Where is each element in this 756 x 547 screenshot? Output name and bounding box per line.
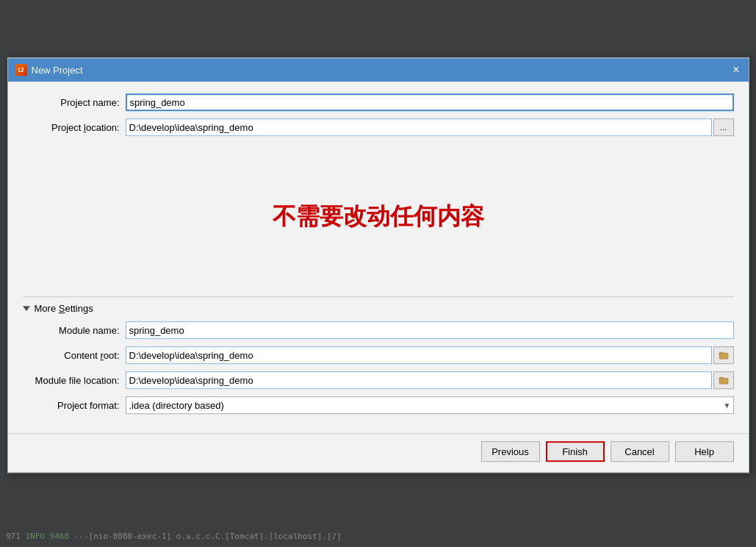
status-info-label: INFO 9468 --- [26,532,89,541]
more-settings-section: More Settings Module name: Content root: [23,296,734,414]
status-bar: 971 INFO 9468 --- [nio-8080-exec-1] o.a.… [0,525,756,547]
project-format-select[interactable]: .idea (directory based) [126,396,734,414]
more-settings-label: More Settings [35,303,93,314]
more-settings-header: More Settings [23,296,734,314]
svg-rect-3 [719,377,723,379]
status-detail: [nio-8080-exec-1] o.a.c.c.C.[Tomcat].[lo… [89,532,342,541]
dialog-title: IJ New Project [15,64,83,76]
project-format-row: Project format: .idea (directory based) … [23,396,734,414]
overlay: IJ New Project × Project name: Project l… [0,0,756,547]
project-location-input-group: ... [126,118,734,136]
new-project-dialog: IJ New Project × Project name: Project l… [7,57,749,473]
dialog-title-text: New Project [32,65,83,76]
browse-button[interactable]: ... [713,118,734,136]
module-file-location-browse-button[interactable] [713,371,734,389]
center-area: 不需要改动任何内容 [23,143,734,290]
close-button[interactable]: × [731,64,741,76]
content-root-browse-button[interactable] [713,346,734,364]
module-name-input[interactable] [126,321,734,339]
center-message: 不需要改动任何内容 [273,201,484,233]
project-location-input[interactable] [126,118,712,136]
project-location-row: Project location: ... [23,118,734,136]
collapse-icon[interactable] [23,306,30,311]
content-root-row: Content root: [23,346,734,364]
module-file-location-input[interactable] [126,371,712,389]
content-root-input-group [126,346,734,364]
module-file-location-input-group [126,371,734,389]
content-root-input[interactable] [126,346,712,364]
svg-rect-1 [719,352,723,354]
module-name-label: Module name: [23,325,126,336]
module-name-row: Module name: [23,321,734,339]
dialog-footer: Previous Finish Cancel Help [8,433,749,472]
project-name-label: Project name: [23,97,126,108]
content-root-label: Content root: [23,350,126,361]
finish-button[interactable]: Finish [546,441,605,462]
module-file-location-row: Module file location: [23,371,734,389]
project-name-row: Project name: [23,93,734,111]
folder-icon [719,350,729,360]
cancel-button[interactable]: Cancel [611,441,669,462]
project-format-label: Project format: [23,400,126,411]
help-button[interactable]: Help [675,441,734,462]
status-info [21,532,26,541]
project-format-select-wrapper: .idea (directory based) ▼ [126,396,734,414]
app-icon: IJ [15,64,27,76]
module-file-location-label: Module file location: [23,375,126,386]
previous-button[interactable]: Previous [481,441,540,462]
status-number: 971 [6,532,21,541]
dialog-titlebar: IJ New Project × [8,58,749,82]
dialog-body: Project name: Project location: ... 不需要改… [8,82,749,433]
project-name-input[interactable] [126,93,734,111]
project-location-label: Project location: [23,122,126,133]
folder-icon-2 [719,375,729,385]
